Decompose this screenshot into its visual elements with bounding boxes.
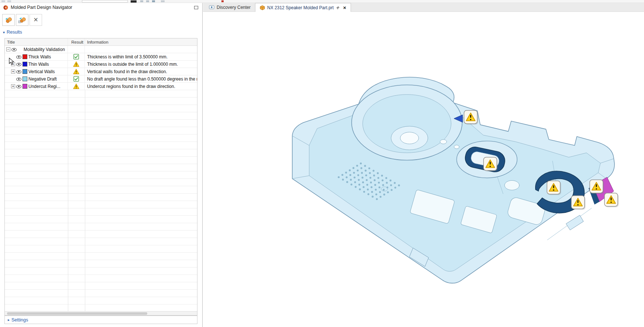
results-section-header[interactable]: ▾ Results [3,28,22,36]
pass-check-icon [73,76,79,82]
horizontal-scrollbar[interactable] [5,311,197,315]
round-opening [504,180,519,190]
result-cell [68,75,85,82]
warning-badge[interactable] [483,157,497,171]
row-title: Undercut Regi... [28,84,61,89]
tab-discovery-center[interactable]: Discovery Center [204,3,255,11]
visibility-eye-icon[interactable] [16,55,21,59]
row-info: Thickness is outside the limit of 1.0000… [85,61,197,68]
visibility-eye-icon[interactable] [16,69,21,74]
result-cell [68,83,85,90]
speaker-hole [400,132,419,144]
row-title: Thick Walls [28,54,51,59]
column-grid-line [68,90,68,311]
color-swatch [23,69,27,74]
column-grid-line [85,90,85,311]
panel-toolbar: ✕ [2,13,42,27]
clipped-ribbon [0,0,644,3]
moldability-validation-button[interactable] [2,14,15,26]
row-title: Negative Draft [28,76,57,82]
scrollbar-thumb[interactable] [7,312,147,315]
toolbar-fragment [221,0,224,2]
visibility-eye-icon[interactable] [16,62,21,67]
toolbar-fragment [131,0,137,3]
toolbar-fragment [1,0,5,2]
result-cell [68,61,85,68]
collapse-arrow-icon: ▸ [8,318,10,322]
result-cell [68,53,85,60]
panel-title: Molded Part Design Navigator [11,5,72,10]
column-header-information[interactable]: Information [85,38,197,45]
color-swatch [23,84,27,89]
color-swatch [23,54,27,59]
expander-icon[interactable]: + [11,69,15,74]
part-file-icon [260,5,265,10]
tab-speaker-molded-part[interactable]: NX 2312 Speaker Molded Part.prt ✕ [255,3,351,12]
empty-table-area [5,90,197,311]
collapse-arrow-icon: ▾ [3,30,5,34]
row-info: No draft angle found less than 0.500000 … [85,75,197,82]
graphics-viewport[interactable] [203,12,644,327]
speaker-molded-part-model[interactable] [203,12,644,327]
delete-results-button[interactable]: ✕ [30,14,42,26]
expander-icon[interactable]: + [11,62,15,66]
expander-icon[interactable]: + [11,84,15,88]
nx-application-window: Molded Part Design Navigator ✕ ▾ Results [0,0,644,327]
table-row[interactable]: + Thin Walls Thickness is outside the li… [5,61,197,68]
small-hole [454,145,459,149]
float-panel-button[interactable] [193,5,199,10]
visibility-eye-icon[interactable] [11,47,17,52]
column-header-result[interactable]: Result [68,38,85,45]
settings-section-header[interactable]: ▸ Settings [4,316,197,324]
result-cell [68,68,85,75]
settings-section-label: Settings [11,317,28,323]
row-title: Thin Walls [28,62,49,67]
toolbar-fragment [152,0,155,2]
revalidate-button[interactable] [16,14,28,26]
table-header-row: Title Result Information [5,38,197,46]
float-icon [194,6,198,9]
warning-triangle-icon [73,84,79,89]
toolbar-fragment [7,0,11,2]
close-tab-icon[interactable]: ✕ [343,6,346,10]
visibility-eye-icon[interactable] [16,84,21,89]
discovery-center-icon [209,5,214,10]
expander-icon[interactable]: − [6,47,10,51]
results-section-label: Results [7,30,22,35]
warning-badge[interactable] [547,181,561,195]
document-tab-bar: Discovery Center NX 2312 Speaker Molded … [203,3,644,12]
color-swatch [23,62,27,67]
row-title: Moldability Validation [24,47,65,52]
color-swatch [23,76,27,81]
pass-check-icon [73,54,79,59]
row-info: Vertical walls found in the draw directi… [85,68,197,75]
row-title: Vertical Walls [28,69,55,74]
table-row[interactable]: − Moldability Validation [5,46,197,53]
small-hole [440,140,447,144]
toolbar-fragment [140,0,143,2]
delete-icon: ✕ [33,17,38,23]
warning-badge[interactable] [464,110,478,125]
pin-icon[interactable] [336,6,340,10]
navigator-icon [3,5,8,10]
row-info: Undercut regions found in the draw direc… [85,83,197,90]
table-row[interactable]: + Vertical Walls Vertical walls found in… [5,68,197,75]
results-table: Title Result Information − Moldability V… [4,38,197,316]
toolbar-fragment [146,0,149,2]
warning-triangle-icon [73,61,79,67]
toolbar-fragment [82,0,128,3]
column-header-title[interactable]: Title [5,38,68,45]
table-rows: − Moldability Validation [5,46,197,90]
toolbar-fragment [161,0,165,2]
row-info: Thickness is within limit of 3.500000 mm… [85,53,197,60]
warning-badge[interactable] [605,193,619,207]
table-row[interactable]: Thick Walls Thickness is within limit of… [5,53,197,61]
warning-badge[interactable] [590,180,604,194]
revalidate-icon [18,16,26,24]
warning-badge[interactable] [571,195,585,210]
table-row[interactable]: Negative Draft No draft angle found less… [5,75,197,83]
warning-triangle-icon [73,69,79,74]
result-cell [68,46,85,53]
table-row[interactable]: + Undercut Regi... Undercut regions foun… [5,83,197,90]
visibility-eye-icon[interactable] [16,77,21,81]
